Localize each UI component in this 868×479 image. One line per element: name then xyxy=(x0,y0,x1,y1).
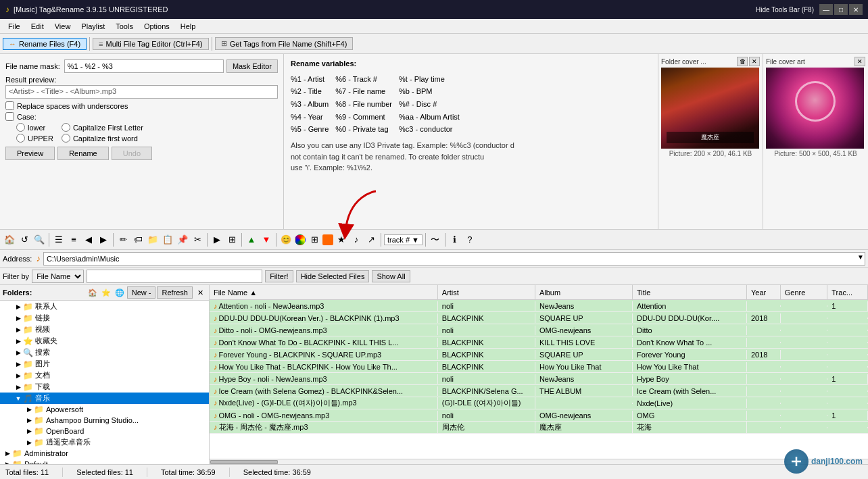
expand-pictures[interactable]: ▶ xyxy=(14,361,23,368)
menu-edit[interactable]: Edit xyxy=(26,21,49,32)
folder-item-ashampoo[interactable]: ▶ 📁 Ashampoo Burning Studio... xyxy=(0,415,209,426)
hide-tools-btn[interactable]: Hide Tools Bar (F8) xyxy=(756,6,814,14)
folder-item-openboard[interactable]: ▶ 📁 OpenBoard xyxy=(0,426,209,436)
expand-xiaoyao[interactable]: ▶ xyxy=(24,439,34,446)
tool-prev[interactable]: ◀ xyxy=(82,233,95,247)
file-cover-close[interactable]: ✕ xyxy=(854,57,865,66)
tool-edit[interactable]: ✏ xyxy=(116,233,130,247)
multitag-btn[interactable]: ≡ Multi File Tag Editor (Ctrl+F4) xyxy=(93,38,209,50)
folder-tool-globe[interactable]: 🌐 xyxy=(114,286,126,299)
expand-docs[interactable]: ▶ xyxy=(14,372,23,379)
tool-wave[interactable]: 〜 xyxy=(429,233,442,247)
file-row-9[interactable]: ♪OMG - noli - OMG-newjeans.mp3 noli OMG-… xyxy=(210,409,868,422)
file-row-2[interactable]: ♪Ditto - noli - OMG-newjeans.mp3 noli OM… xyxy=(210,324,868,336)
filter-btn[interactable]: Filter! xyxy=(265,270,293,282)
folder-item-links[interactable]: ▶ 📁 链接 xyxy=(0,312,209,324)
menu-view[interactable]: View xyxy=(49,21,76,32)
tool-music[interactable]: ♪ xyxy=(349,233,363,247)
tool-list[interactable]: ≡ xyxy=(67,233,80,247)
tool-tag[interactable]: 🏷 xyxy=(131,233,145,247)
expand-contacts[interactable]: ▶ xyxy=(14,303,23,310)
file-hscroll-thumb[interactable] xyxy=(210,460,278,464)
folder-item-contacts[interactable]: ▶ 📁 联系人 xyxy=(0,301,209,312)
rename-action-btn[interactable]: Rename xyxy=(57,147,109,160)
expand-default[interactable]: ▶ xyxy=(3,461,12,464)
mask-editor-btn[interactable]: Mask Editor xyxy=(226,59,278,73)
gettags-btn[interactable]: ⊞ Get Tags from File Name (Shift+F4) xyxy=(215,37,354,50)
tool-search[interactable]: 🔍 xyxy=(32,233,46,247)
file-row-6[interactable]: ♪Hype Boy - noli - NewJeans.mp3 noli New… xyxy=(210,373,868,385)
tool-columns[interactable]: ☰ xyxy=(52,233,66,247)
folder-item-video[interactable]: ▶ 📁 视频 xyxy=(0,324,209,335)
tool-share[interactable]: ↗ xyxy=(364,233,378,247)
tool-paste[interactable]: 📌 xyxy=(176,233,189,247)
tool-next[interactable]: ▶ xyxy=(97,233,110,247)
tool-color-wheel[interactable] xyxy=(295,234,306,245)
menu-tools[interactable]: Tools xyxy=(110,21,139,32)
folder-item-music[interactable]: ▼ 🎵 音乐 xyxy=(0,393,209,404)
folder-item-search[interactable]: ▶ 🔍 搜索 xyxy=(0,347,209,358)
file-row-0[interactable]: ♪Attention - noli - NewJeans.mp3 noli Ne… xyxy=(210,300,868,312)
file-row-8[interactable]: ♪Nxde(Live) - (G)I-DLE ((여자)아이들).mp3 (G)… xyxy=(210,397,868,409)
replace-spaces-checkbox[interactable] xyxy=(5,101,14,110)
folder-tool-close[interactable]: ✕ xyxy=(194,286,206,299)
address-input[interactable] xyxy=(43,252,865,266)
col-genre-header[interactable]: Genre xyxy=(781,285,828,299)
col-artist-header[interactable]: Artist xyxy=(438,285,535,299)
folder-item-apowersoft[interactable]: ▶ 📁 Apowersoft xyxy=(0,404,209,415)
expand-music[interactable]: ▼ xyxy=(14,395,23,402)
col-title-header[interactable]: Title xyxy=(633,285,747,299)
cap-first-word-radio[interactable] xyxy=(62,134,70,143)
tool-refresh[interactable]: ↺ xyxy=(18,233,31,247)
file-row-5[interactable]: ♪How You Like That - BLACKPINK - How You… xyxy=(210,361,868,373)
file-hscroll[interactable] xyxy=(210,459,868,464)
tool-copy[interactable]: 📋 xyxy=(161,233,174,247)
tool-info[interactable]: ℹ xyxy=(448,233,462,247)
expand-downloads[interactable]: ▶ xyxy=(14,384,23,390)
folder-item-xiaoyao[interactable]: ▶ 📁 逍遥安卓音乐 xyxy=(0,436,209,448)
file-row-4[interactable]: ♪Forever Young - BLACKPINK - SQUARE UP.m… xyxy=(210,349,868,361)
col-year-header[interactable]: Year xyxy=(747,285,781,299)
col-track-header[interactable]: Trac... xyxy=(827,285,868,299)
address-dropdown-btn[interactable]: ▼ xyxy=(857,253,864,261)
tool-star[interactable]: ★ xyxy=(335,233,348,247)
tool-question[interactable]: ? xyxy=(463,233,477,247)
folder-item-default[interactable]: ▶ 📁 Default xyxy=(0,459,209,464)
menu-playlist[interactable]: Playlist xyxy=(76,21,110,32)
menu-options[interactable]: Options xyxy=(139,21,175,32)
file-row-10[interactable]: ♪花海 - 周杰伦 - 魔杰座.mp3 周杰伦 魔杰座 花海 xyxy=(210,422,868,434)
folder-item-favorites[interactable]: ▶ ⭐ 收藏夹 xyxy=(0,335,209,347)
file-row-7[interactable]: ♪Ice Cream (with Selena Gomez) - BLACKPI… xyxy=(210,385,868,397)
hide-selected-btn[interactable]: Hide Selected Files xyxy=(296,270,370,282)
folder-item-downloads[interactable]: ▶ 📁 下载 xyxy=(0,381,209,393)
folder-cover-close[interactable]: ✕ xyxy=(749,57,760,66)
folder-cover-delete[interactable]: 🗑 xyxy=(737,57,748,66)
minimize-btn[interactable]: — xyxy=(819,4,833,15)
tool-emoji[interactable]: 😊 xyxy=(279,233,293,247)
expand-links[interactable]: ▶ xyxy=(14,315,23,322)
tool-folder[interactable]: 📁 xyxy=(146,233,160,247)
expand-ashampoo[interactable]: ▶ xyxy=(24,417,34,424)
expand-favorites[interactable]: ▶ xyxy=(14,338,23,345)
tool-red[interactable]: ▼ xyxy=(260,233,273,247)
rename-files-btn[interactable]: ↔ Rename Files (F4) xyxy=(3,38,87,50)
case-checkbox[interactable] xyxy=(5,112,14,121)
show-all-btn[interactable]: Show All xyxy=(372,270,410,282)
folder-tool-home[interactable]: 🏠 xyxy=(87,286,99,299)
file-row-3[interactable]: ♪Don't Know What To Do - BLACKPINK - KIL… xyxy=(210,336,868,349)
col-filename-header[interactable]: File Name ▲ xyxy=(210,285,438,299)
folder-item-administrator[interactable]: ▶ 📁 Administrator xyxy=(0,448,209,459)
upper-radio[interactable] xyxy=(16,134,25,143)
expand-search[interactable]: ▶ xyxy=(14,349,23,356)
tool-cut[interactable]: ✂ xyxy=(191,233,204,247)
tool-green[interactable]: ▲ xyxy=(245,233,258,247)
expand-administrator[interactable]: ▶ xyxy=(3,450,12,457)
filter-combo[interactable]: File Name xyxy=(32,270,84,283)
col-album-header[interactable]: Album xyxy=(535,285,633,299)
expand-openboard[interactable]: ▶ xyxy=(24,428,34,434)
lower-radio[interactable] xyxy=(16,123,25,132)
expand-apowersoft[interactable]: ▶ xyxy=(24,406,34,413)
tool-add-queue[interactable]: ⊞ xyxy=(225,233,239,247)
refresh-btn[interactable]: Refresh xyxy=(157,286,193,299)
undo-btn[interactable]: Undo xyxy=(112,147,152,160)
